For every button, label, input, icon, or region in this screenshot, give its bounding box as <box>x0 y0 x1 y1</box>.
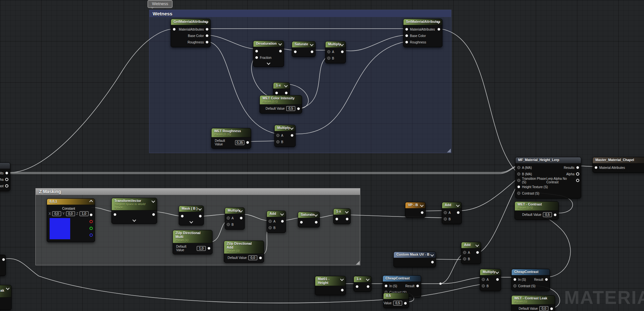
output-pin[interactable] <box>240 216 243 220</box>
node-zup-directional-multi[interactable]: ZUp Directional MultiParam (1)Default Va… <box>173 230 213 254</box>
chevron-down-icon[interactable] <box>280 212 284 215</box>
node-add-z[interactable]: AddAB <box>267 211 286 233</box>
output-pin[interactable] <box>90 220 93 223</box>
resize-handle[interactable] <box>356 261 360 265</box>
input-pin[interactable] <box>335 217 338 221</box>
output-pin[interactable] <box>554 213 557 216</box>
node-saturate-1[interactable]: Saturate <box>292 41 316 57</box>
chevron-down-icon[interactable] <box>278 42 282 45</box>
value-box[interactable]: 0,5 <box>543 212 552 217</box>
input-pin[interactable] <box>300 221 303 224</box>
input-pin[interactable] <box>327 50 330 53</box>
output-pin[interactable] <box>199 215 202 218</box>
input-pin[interactable] <box>517 192 520 195</box>
node-get-material-attributes[interactable]: GetMaterialAttributesMaterialAttributesB… <box>171 19 211 47</box>
node-add-1[interactable]: AddAB <box>442 202 462 224</box>
node-multiply-z[interactable]: MultiplyAB <box>225 207 245 230</box>
input-pin[interactable] <box>276 140 279 143</box>
output-pin[interactable] <box>431 261 434 264</box>
output-pin[interactable] <box>5 178 8 181</box>
output-pin[interactable] <box>205 28 209 31</box>
value-box[interactable]: 0,0 <box>539 306 548 311</box>
input-pin[interactable] <box>444 217 447 221</box>
input-pin[interactable] <box>255 56 258 59</box>
output-pin[interactable] <box>2 258 5 261</box>
node-zup-directional-add[interactable]: ZUp Directional AddParam (0)Default Valu… <box>224 241 264 263</box>
output-pin[interactable] <box>246 141 249 144</box>
node-cheap-contrast-2[interactable]: CheapContrastIn (S)ResultContrast (S) <box>511 269 550 291</box>
node-multiply-1[interactable]: MultiplyAB <box>325 41 346 63</box>
input-pin[interactable] <box>594 166 598 169</box>
input-pin[interactable] <box>384 284 388 288</box>
chevron-down-icon[interactable] <box>284 84 288 87</box>
node-custom-mask-uv-b[interactable]: Custom Mask UV - B <box>393 252 436 267</box>
output-pin[interactable] <box>576 166 579 169</box>
chevron-down-icon[interactable] <box>198 207 202 210</box>
output-pin[interactable] <box>550 307 553 310</box>
chevron-down-icon[interactable] <box>475 243 479 247</box>
input-pin[interactable] <box>269 226 272 229</box>
input-pin[interactable] <box>276 134 279 137</box>
input-pin[interactable] <box>269 220 272 223</box>
chevron-down-icon[interactable] <box>430 253 434 256</box>
output-pin[interactable] <box>281 220 284 223</box>
output-pin[interactable] <box>315 221 318 224</box>
node-left-stub[interactable] <box>0 255 6 276</box>
node-saturate-z[interactable]: Saturate <box>298 212 320 227</box>
input-pin[interactable] <box>513 278 516 281</box>
input-pin[interactable] <box>275 91 278 95</box>
comment-zmask-header[interactable]: Z Masking <box>36 188 360 195</box>
input-pin[interactable] <box>517 185 520 188</box>
output-pin[interactable] <box>341 288 344 292</box>
output-pin[interactable] <box>5 184 8 188</box>
output-pin[interactable] <box>152 213 155 216</box>
node-wet-color-intensity[interactable]: WET Color IntensityParam (0.5)Default Va… <box>260 95 302 114</box>
input-pin[interactable] <box>517 172 520 176</box>
node-set-material-attributes[interactable]: SetMaterialAttributesMaterialAttributesB… <box>403 19 442 47</box>
output-pin[interactable] <box>279 50 282 53</box>
output-pin[interactable] <box>404 302 407 305</box>
output-pin[interactable] <box>90 233 93 237</box>
node-left-green-partial[interactable]: ak <box>0 285 12 310</box>
output-pin[interactable] <box>259 256 262 260</box>
output-pin[interactable] <box>205 41 209 44</box>
output-pin[interactable] <box>576 179 579 182</box>
input-pin[interactable] <box>113 213 117 216</box>
output-pin[interactable] <box>421 211 424 214</box>
chevron-up-icon[interactable] <box>89 200 93 203</box>
input-pin[interactable] <box>227 223 230 226</box>
value-box[interactable]: 0,35 <box>235 140 244 145</box>
node-wet-contrast[interactable]: WET - ContrastParam (0.5)Default Value0,… <box>515 201 559 220</box>
node-one-minus-x-3[interactable]: 1-x <box>354 276 372 292</box>
chevron-down-icon[interactable] <box>456 203 459 207</box>
node-transform-vector[interactable]: TransformVectorTangent Space to World Sp… <box>111 198 157 224</box>
output-pin[interactable] <box>366 285 370 288</box>
input-pin[interactable] <box>517 179 520 182</box>
node-mf-material-height-lerp[interactable]: MF_Material_Height_LerpA (MA)ResultsB (M… <box>515 157 581 198</box>
output-pin[interactable] <box>545 278 548 281</box>
node-mat01-height[interactable]: Mat01 - Height <box>315 276 346 295</box>
output-pin[interactable] <box>297 107 300 110</box>
input-pin[interactable] <box>405 34 408 37</box>
node-add-2[interactable]: AddAB <box>461 242 481 264</box>
node-wet-contrast-leak[interactable]: WET - Contrast LeakParam (0)Default Valu… <box>511 295 555 311</box>
chevron-down-icon[interactable] <box>495 270 499 274</box>
output-pin[interactable] <box>576 172 579 176</box>
input-pin[interactable] <box>327 57 330 60</box>
input-pin[interactable] <box>463 257 466 261</box>
input-pin[interactable] <box>482 284 485 288</box>
value-box[interactable]: 1,0 <box>197 246 206 251</box>
input-pin[interactable] <box>463 251 466 254</box>
input-pin[interactable] <box>181 215 184 218</box>
node-desaturation[interactable]: DesaturationFraction <box>253 41 284 67</box>
output-pin[interactable] <box>205 34 209 37</box>
node-vp-b[interactable]: VP - B <box>405 202 426 218</box>
node-value-05[interactable]: 0.5Value0,5 <box>383 293 409 308</box>
node-constant-001[interactable]: 0,0,1ConstantX0,0Y0,0Z1,0 <box>47 198 95 242</box>
output-pin[interactable] <box>207 247 211 250</box>
output-pin[interactable] <box>90 213 93 216</box>
chevron-down-icon[interactable] <box>340 277 344 281</box>
chevron-down-icon[interactable] <box>267 61 270 65</box>
chevron-down-icon[interactable] <box>132 218 136 222</box>
node-wet-roughness[interactable]: WET RoughnessParam (0.35)Default Value0,… <box>211 128 251 149</box>
